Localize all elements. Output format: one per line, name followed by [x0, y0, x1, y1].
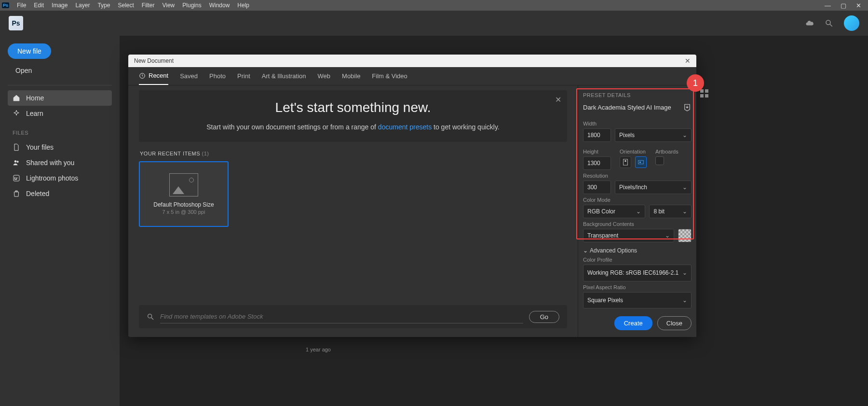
- svg-point-7: [148, 314, 152, 318]
- nav-shared[interactable]: Shared with you: [8, 155, 112, 170]
- colormode-label: Color Mode: [583, 197, 692, 203]
- divider: [8, 85, 112, 85]
- width-unit-select[interactable]: Pixels: [615, 128, 692, 142]
- svg-point-10: [624, 160, 626, 162]
- files-section-label: FILES: [13, 130, 112, 136]
- svg-point-2: [14, 160, 16, 162]
- tab-print[interactable]: Print: [237, 67, 250, 85]
- advanced-options-toggle[interactable]: Advanced Options: [583, 247, 692, 254]
- nav-lightroom[interactable]: Lr Lightroom photos: [8, 170, 112, 186]
- dialog-left-panel: ✕ Let's start something new. Start with …: [128, 85, 578, 337]
- hero-heading: Let's start something new.: [158, 100, 548, 115]
- nav-home[interactable]: Home: [8, 90, 112, 106]
- search-icon[interactable]: [825, 19, 833, 28]
- close-button[interactable]: Close: [657, 316, 692, 330]
- close-window-icon[interactable]: ✕: [856, 2, 861, 9]
- hero-text: Start with your own document settings or…: [158, 122, 548, 132]
- svg-rect-15: [700, 94, 704, 98]
- dialog-titlebar: New Document ✕: [128, 55, 696, 67]
- orientation-landscape-button[interactable]: [635, 156, 647, 168]
- window-controls: — ▢ ✕: [825, 2, 866, 9]
- menu-help[interactable]: Help: [233, 2, 253, 9]
- tab-saved[interactable]: Saved: [180, 67, 198, 85]
- create-button[interactable]: Create: [614, 316, 652, 330]
- dialog-tabs: Recent Saved Photo Print Art & Illustrat…: [128, 67, 696, 85]
- stock-search-row: Go: [139, 305, 567, 328]
- colorprofile-label: Color Profile: [583, 257, 692, 263]
- menu-view[interactable]: View: [158, 2, 178, 9]
- svg-rect-14: [705, 89, 708, 93]
- lightroom-icon: Lr: [13, 174, 20, 182]
- new-file-button[interactable]: New file: [8, 43, 51, 59]
- document-presets-link[interactable]: document presets: [378, 123, 432, 131]
- recent-card-title: Default Photoshop Size: [153, 201, 214, 208]
- maximize-icon[interactable]: ▢: [841, 2, 846, 9]
- bg-label: Background Contents: [583, 221, 692, 227]
- svg-rect-16: [705, 94, 708, 98]
- menu-filter[interactable]: Filter: [138, 2, 159, 9]
- people-icon: [13, 159, 20, 167]
- menu-plugins[interactable]: Plugins: [178, 2, 205, 9]
- svg-line-1: [830, 24, 832, 27]
- open-button[interactable]: Open: [8, 63, 40, 78]
- new-document-dialog: New Document ✕ Recent Saved Photo Print …: [128, 55, 696, 337]
- image-placeholder-icon: [169, 173, 198, 196]
- svg-line-8: [151, 318, 153, 320]
- svg-point-0: [826, 20, 830, 25]
- artboards-checkbox[interactable]: [655, 156, 664, 165]
- dialog-title: New Document: [134, 57, 174, 64]
- bg-color-swatch[interactable]: [678, 229, 692, 242]
- recent-items-label: YOUR RECENT ITEMS (1): [140, 151, 567, 156]
- clock-icon: [139, 72, 146, 79]
- resolution-unit-select[interactable]: Pixels/Inch: [615, 181, 692, 194]
- colormode-select[interactable]: RGB Color: [583, 205, 645, 218]
- dialog-close-icon[interactable]: ✕: [685, 57, 691, 65]
- width-input[interactable]: [583, 128, 611, 142]
- bitdepth-select[interactable]: 8 bit: [649, 205, 692, 218]
- nav-learn[interactable]: Learn: [8, 106, 112, 121]
- colorprofile-select[interactable]: Working RGB: sRGB IEC61966-2.1: [583, 265, 692, 281]
- stock-search-input[interactable]: [160, 310, 523, 323]
- tab-mobile[interactable]: Mobile: [342, 67, 360, 85]
- pixelaspect-label: Pixel Aspect Ratio: [583, 284, 692, 290]
- hero-close-icon[interactable]: ✕: [555, 95, 561, 104]
- tab-recent[interactable]: Recent: [139, 67, 168, 85]
- sparkle-icon: [13, 110, 20, 117]
- menu-select[interactable]: Select: [114, 2, 137, 9]
- tab-photo[interactable]: Photo: [209, 67, 226, 85]
- avatar[interactable]: [844, 15, 859, 31]
- minimize-icon[interactable]: —: [825, 2, 831, 9]
- tab-film[interactable]: Film & Video: [372, 67, 407, 85]
- orientation-portrait-button[interactable]: [620, 156, 631, 168]
- search-icon: [147, 313, 154, 321]
- save-preset-icon[interactable]: [683, 103, 692, 112]
- menu-file[interactable]: File: [13, 2, 30, 9]
- menu-window[interactable]: Window: [205, 2, 234, 9]
- tab-web[interactable]: Web: [318, 67, 331, 85]
- nav-deleted[interactable]: Deleted: [8, 186, 112, 201]
- bg-select[interactable]: Transparent: [583, 229, 674, 242]
- width-label: Width: [583, 121, 692, 126]
- menu-layer[interactable]: Layer: [71, 2, 94, 9]
- hero-banner: ✕ Let's start something new. Start with …: [139, 90, 567, 142]
- recent-card-subtitle: 7 x 5 in @ 300 ppi: [163, 209, 205, 215]
- height-input[interactable]: [583, 156, 611, 170]
- go-button[interactable]: Go: [529, 311, 559, 323]
- ps-badge-icon: Ps: [2, 2, 9, 8]
- resolution-input[interactable]: [583, 181, 611, 194]
- orientation-label: Orientation: [620, 149, 647, 154]
- cloud-icon[interactable]: [805, 19, 814, 28]
- recent-preset-card[interactable]: Default Photoshop Size 7 x 5 in @ 300 pp…: [139, 161, 229, 227]
- svg-text:Lr: Lr: [14, 177, 18, 180]
- trash-icon: [13, 190, 20, 197]
- svg-point-12: [639, 162, 641, 163]
- menu-edit[interactable]: Edit: [30, 2, 48, 9]
- menu-image[interactable]: Image: [48, 2, 71, 9]
- tab-art[interactable]: Art & Illustration: [262, 67, 306, 85]
- menu-type[interactable]: Type: [94, 2, 114, 9]
- nav-your-files[interactable]: Your files: [8, 140, 112, 155]
- preset-name-input[interactable]: [583, 102, 680, 113]
- pixelaspect-select[interactable]: Square Pixels: [583, 292, 692, 309]
- app-logo-icon: Ps: [9, 16, 23, 30]
- grid-view-icon[interactable]: [700, 89, 709, 98]
